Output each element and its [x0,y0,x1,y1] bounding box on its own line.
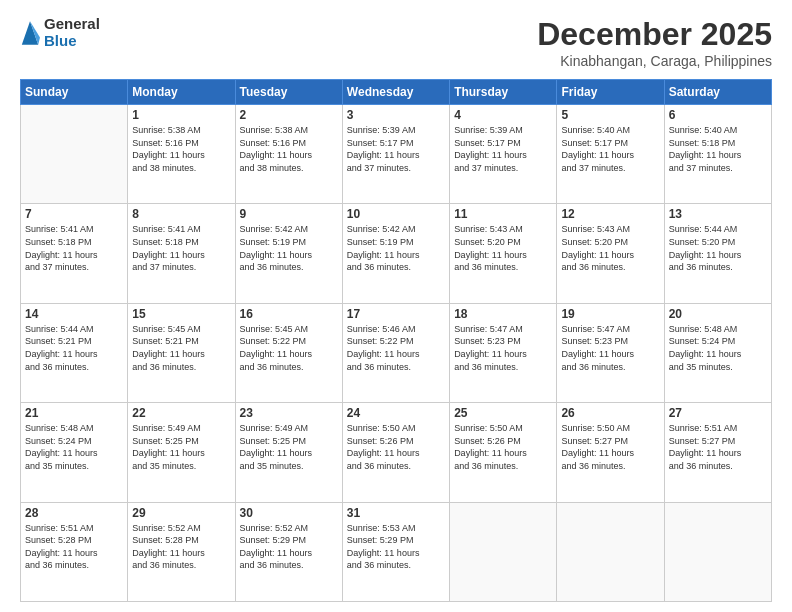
day-info: Sunrise: 5:44 AMSunset: 5:21 PMDaylight:… [25,323,123,373]
calendar-cell: 3Sunrise: 5:39 AMSunset: 5:17 PMDaylight… [342,105,449,204]
day-number: 22 [132,406,230,420]
logo-blue: Blue [44,33,100,50]
calendar-cell: 28Sunrise: 5:51 AMSunset: 5:28 PMDayligh… [21,502,128,601]
page: General Blue December 2025 Kinabhangan, … [0,0,792,612]
day-number: 9 [240,207,338,221]
header-tuesday: Tuesday [235,80,342,105]
calendar-cell: 18Sunrise: 5:47 AMSunset: 5:23 PMDayligh… [450,303,557,402]
header-sunday: Sunday [21,80,128,105]
calendar-cell: 21Sunrise: 5:48 AMSunset: 5:24 PMDayligh… [21,403,128,502]
day-number: 12 [561,207,659,221]
logo-general: General [44,16,100,33]
header-thursday: Thursday [450,80,557,105]
calendar-cell [557,502,664,601]
calendar-cell: 7Sunrise: 5:41 AMSunset: 5:18 PMDaylight… [21,204,128,303]
calendar-cell: 17Sunrise: 5:46 AMSunset: 5:22 PMDayligh… [342,303,449,402]
calendar-cell: 4Sunrise: 5:39 AMSunset: 5:17 PMDaylight… [450,105,557,204]
week-row-5: 28Sunrise: 5:51 AMSunset: 5:28 PMDayligh… [21,502,772,601]
day-number: 21 [25,406,123,420]
calendar-cell: 31Sunrise: 5:53 AMSunset: 5:29 PMDayligh… [342,502,449,601]
day-number: 27 [669,406,767,420]
day-info: Sunrise: 5:49 AMSunset: 5:25 PMDaylight:… [240,422,338,472]
day-info: Sunrise: 5:50 AMSunset: 5:27 PMDaylight:… [561,422,659,472]
day-number: 1 [132,108,230,122]
day-number: 20 [669,307,767,321]
calendar-title: December 2025 [537,16,772,53]
day-info: Sunrise: 5:49 AMSunset: 5:25 PMDaylight:… [132,422,230,472]
calendar-cell: 26Sunrise: 5:50 AMSunset: 5:27 PMDayligh… [557,403,664,502]
day-number: 14 [25,307,123,321]
calendar-cell: 13Sunrise: 5:44 AMSunset: 5:20 PMDayligh… [664,204,771,303]
calendar-cell [21,105,128,204]
header-wednesday: Wednesday [342,80,449,105]
logo-icon [20,19,40,47]
logo-text: General Blue [44,16,100,49]
day-info: Sunrise: 5:38 AMSunset: 5:16 PMDaylight:… [240,124,338,174]
day-info: Sunrise: 5:42 AMSunset: 5:19 PMDaylight:… [347,223,445,273]
calendar-cell: 5Sunrise: 5:40 AMSunset: 5:17 PMDaylight… [557,105,664,204]
calendar-cell: 12Sunrise: 5:43 AMSunset: 5:20 PMDayligh… [557,204,664,303]
header-saturday: Saturday [664,80,771,105]
day-info: Sunrise: 5:38 AMSunset: 5:16 PMDaylight:… [132,124,230,174]
calendar-header-row: Sunday Monday Tuesday Wednesday Thursday… [21,80,772,105]
calendar-cell: 6Sunrise: 5:40 AMSunset: 5:18 PMDaylight… [664,105,771,204]
header-monday: Monday [128,80,235,105]
title-block: December 2025 Kinabhangan, Caraga, Phili… [537,16,772,69]
day-info: Sunrise: 5:47 AMSunset: 5:23 PMDaylight:… [561,323,659,373]
calendar-cell: 16Sunrise: 5:45 AMSunset: 5:22 PMDayligh… [235,303,342,402]
week-row-2: 7Sunrise: 5:41 AMSunset: 5:18 PMDaylight… [21,204,772,303]
day-info: Sunrise: 5:50 AMSunset: 5:26 PMDaylight:… [454,422,552,472]
day-info: Sunrise: 5:43 AMSunset: 5:20 PMDaylight:… [561,223,659,273]
day-info: Sunrise: 5:47 AMSunset: 5:23 PMDaylight:… [454,323,552,373]
calendar-cell: 9Sunrise: 5:42 AMSunset: 5:19 PMDaylight… [235,204,342,303]
day-number: 28 [25,506,123,520]
calendar-cell: 20Sunrise: 5:48 AMSunset: 5:24 PMDayligh… [664,303,771,402]
calendar-cell: 15Sunrise: 5:45 AMSunset: 5:21 PMDayligh… [128,303,235,402]
calendar-cell: 24Sunrise: 5:50 AMSunset: 5:26 PMDayligh… [342,403,449,502]
day-number: 6 [669,108,767,122]
calendar-subtitle: Kinabhangan, Caraga, Philippines [537,53,772,69]
day-number: 10 [347,207,445,221]
calendar-cell: 25Sunrise: 5:50 AMSunset: 5:26 PMDayligh… [450,403,557,502]
day-number: 4 [454,108,552,122]
day-info: Sunrise: 5:48 AMSunset: 5:24 PMDaylight:… [669,323,767,373]
day-number: 13 [669,207,767,221]
day-info: Sunrise: 5:39 AMSunset: 5:17 PMDaylight:… [347,124,445,174]
day-info: Sunrise: 5:43 AMSunset: 5:20 PMDaylight:… [454,223,552,273]
week-row-4: 21Sunrise: 5:48 AMSunset: 5:24 PMDayligh… [21,403,772,502]
day-info: Sunrise: 5:52 AMSunset: 5:29 PMDaylight:… [240,522,338,572]
day-info: Sunrise: 5:41 AMSunset: 5:18 PMDaylight:… [25,223,123,273]
day-number: 8 [132,207,230,221]
day-number: 19 [561,307,659,321]
day-number: 30 [240,506,338,520]
calendar-cell: 30Sunrise: 5:52 AMSunset: 5:29 PMDayligh… [235,502,342,601]
day-info: Sunrise: 5:40 AMSunset: 5:17 PMDaylight:… [561,124,659,174]
day-number: 17 [347,307,445,321]
day-info: Sunrise: 5:40 AMSunset: 5:18 PMDaylight:… [669,124,767,174]
calendar-cell: 14Sunrise: 5:44 AMSunset: 5:21 PMDayligh… [21,303,128,402]
day-info: Sunrise: 5:52 AMSunset: 5:28 PMDaylight:… [132,522,230,572]
week-row-3: 14Sunrise: 5:44 AMSunset: 5:21 PMDayligh… [21,303,772,402]
day-info: Sunrise: 5:41 AMSunset: 5:18 PMDaylight:… [132,223,230,273]
day-number: 23 [240,406,338,420]
day-info: Sunrise: 5:45 AMSunset: 5:22 PMDaylight:… [240,323,338,373]
calendar-cell [450,502,557,601]
calendar-table: Sunday Monday Tuesday Wednesday Thursday… [20,79,772,602]
calendar-cell: 10Sunrise: 5:42 AMSunset: 5:19 PMDayligh… [342,204,449,303]
day-info: Sunrise: 5:51 AMSunset: 5:28 PMDaylight:… [25,522,123,572]
day-number: 16 [240,307,338,321]
day-info: Sunrise: 5:48 AMSunset: 5:24 PMDaylight:… [25,422,123,472]
header: General Blue December 2025 Kinabhangan, … [20,16,772,69]
logo: General Blue [20,16,100,49]
calendar-cell: 27Sunrise: 5:51 AMSunset: 5:27 PMDayligh… [664,403,771,502]
day-info: Sunrise: 5:42 AMSunset: 5:19 PMDaylight:… [240,223,338,273]
day-info: Sunrise: 5:50 AMSunset: 5:26 PMDaylight:… [347,422,445,472]
day-info: Sunrise: 5:44 AMSunset: 5:20 PMDaylight:… [669,223,767,273]
header-friday: Friday [557,80,664,105]
calendar-cell: 29Sunrise: 5:52 AMSunset: 5:28 PMDayligh… [128,502,235,601]
day-info: Sunrise: 5:39 AMSunset: 5:17 PMDaylight:… [454,124,552,174]
day-number: 24 [347,406,445,420]
calendar-cell: 23Sunrise: 5:49 AMSunset: 5:25 PMDayligh… [235,403,342,502]
day-number: 15 [132,307,230,321]
day-info: Sunrise: 5:51 AMSunset: 5:27 PMDaylight:… [669,422,767,472]
